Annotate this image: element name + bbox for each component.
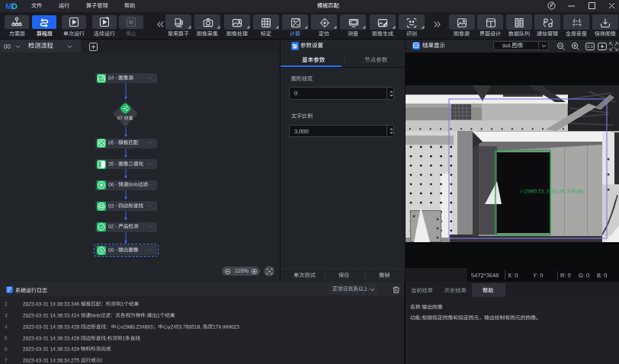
svg-text:1:1: 1:1 (587, 44, 593, 49)
